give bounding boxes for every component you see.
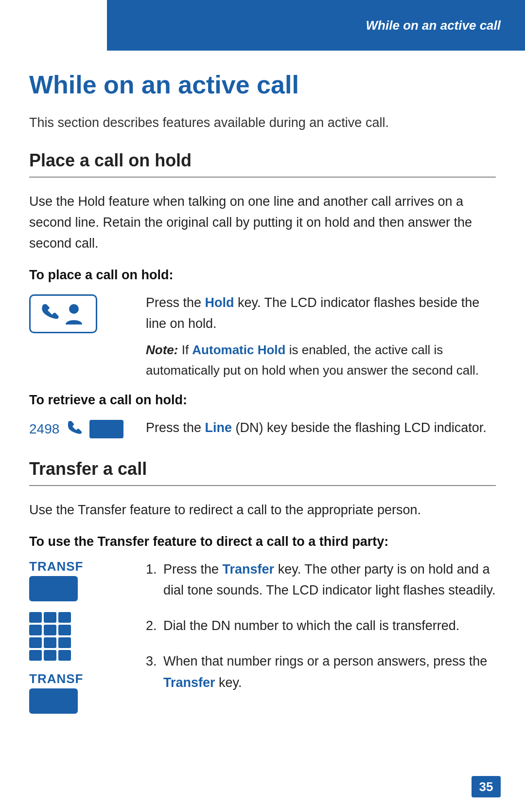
section-heading-transfer: Transfer a call [29,459,496,486]
transf-group-2: TRANSF [29,671,83,714]
step-3-content: When that number rings or a person answe… [163,651,496,693]
page-title: While on an active call [29,70,496,99]
retrieve-prefix: Press the [146,420,205,435]
transf-label-2: TRANSF [29,671,83,686]
section-desc-hold: Use the Hold feature when talking on one… [29,191,496,254]
place-hold-bold: Hold [205,295,234,310]
place-hold-text: Press the Hold key. The LCD indicator fl… [146,292,496,381]
svg-point-0 [69,304,79,314]
key-1 [29,612,42,623]
transf-label-1: TRANSF [29,559,83,574]
keypad-grid [29,612,71,661]
transf-button-group: TRANSF [29,559,146,714]
step-1-num: 1. [146,559,163,601]
transf-button-1 [29,576,78,601]
key-hash [58,650,71,661]
key-4 [29,625,42,635]
retrieve-hold-visual: 2498 [29,417,146,441]
phone-svg [66,419,83,436]
step-1-content: Press the Transfer key. The other party … [163,559,496,601]
retrieve-bold: Line [205,420,232,435]
dn-number: 2498 [29,421,59,437]
lcd-indicator [89,420,123,438]
key-0 [44,650,56,661]
transfer-visual-col: TRANSF [29,559,146,714]
key-3 [58,612,71,623]
automatic-hold-label: Automatic Hold [192,343,285,357]
sub-heading-retrieve: To retrieve a call on hold: [29,393,496,408]
place-hold-row: Press the Hold key. The LCD indicator fl… [29,292,496,381]
transfer-step-2: 2. Dial the DN number to which the call … [146,615,496,636]
transfer-key-3: Transfer [163,675,215,690]
transfer-step-3: 3. When that number rings or a person an… [146,651,496,693]
transfer-key-1: Transfer [223,562,275,577]
transfer-text-col: 1. Press the Transfer key. The other par… [146,559,496,708]
hold-icon [29,294,97,333]
key-5 [44,625,56,635]
transf-group-1: TRANSF [29,559,83,601]
place-hold-prefix: Press the [146,295,205,310]
hold-key-visual [29,292,146,333]
section-transfer: Transfer a call Use the Transfer feature… [29,459,496,714]
transfer-step-1: 1. Press the Transfer key. The other par… [146,559,496,601]
phone-icon [66,419,83,439]
key-6 [58,625,71,635]
transf-button-2 [29,688,78,714]
main-content: While on an active call This section des… [29,51,496,783]
section-desc-transfer: Use the Transfer feature to redirect a c… [29,500,496,521]
retrieve-hold-text: Press the Line (DN) key beside the flash… [146,417,496,438]
key-7 [29,637,42,648]
key-8 [44,637,56,648]
note-label: Note: [146,343,182,357]
step-2-content: Dial the DN number to which the call is … [163,615,496,636]
page-number: 35 [472,776,501,797]
keypad-container [29,610,71,663]
section-hold: Place a call on hold Use the Hold featur… [29,150,496,441]
sub-heading-place: To place a call on hold: [29,268,496,283]
note-if: If [182,343,192,357]
step-3-num: 3. [146,651,163,693]
header-title: While on an active call [366,18,501,33]
intro-text: This section describes features availabl… [29,113,496,133]
note-block: Note: If Automatic Hold is enabled, the … [146,340,496,380]
retrieve-hold-row: 2498 Press the Line (DN) key beside the … [29,417,496,441]
header-bar: While on an active call [107,0,525,51]
step-2-num: 2. [146,615,163,636]
key-2 [44,612,56,623]
transfer-steps: 1. Press the Transfer key. The other par… [146,559,496,693]
key-star [29,650,42,661]
line-dn-row: 2498 [29,419,123,439]
sub-heading-transfer: To use the Transfer feature to direct a … [29,534,496,549]
transfer-instruction-row: TRANSF [29,559,496,714]
hold-key-svg [39,300,88,327]
key-9 [58,637,71,648]
section-heading-hold: Place a call on hold [29,150,496,178]
retrieve-suffix: (DN) key beside the flashing LCD indicat… [232,420,487,435]
